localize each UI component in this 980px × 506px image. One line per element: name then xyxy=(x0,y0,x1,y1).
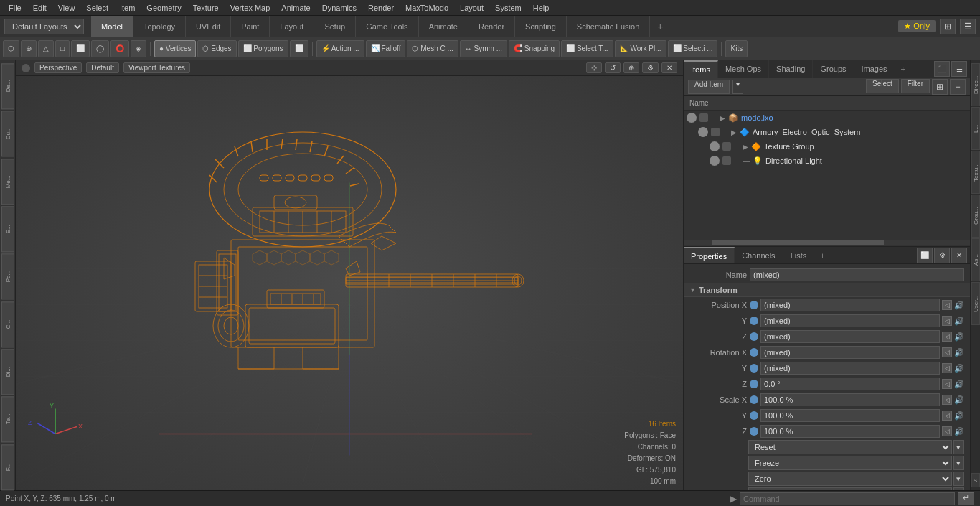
prop-speaker-pos-x[interactable]: 🔊 xyxy=(954,300,964,310)
viewport-default[interactable]: Default xyxy=(86,62,119,73)
menu-select[interactable]: Select xyxy=(80,2,114,14)
prop-dropdown-add-arrow[interactable]: ▾ xyxy=(953,487,964,490)
sidebar-item-di[interactable]: Di... xyxy=(1,349,14,395)
edge-tab-grou[interactable]: Grou... xyxy=(971,195,980,238)
prop-dropdown-reset-arrow[interactable]: ▾ xyxy=(953,440,964,454)
edge-tab-user[interactable]: User... xyxy=(971,282,980,325)
polygons-btn[interactable]: ⬜ Polygons xyxy=(238,40,288,57)
prop-reset-scale-x[interactable]: ◁ xyxy=(942,395,952,405)
prop-reset-pos-x[interactable]: ◁ xyxy=(942,300,952,310)
tool-rect[interactable]: ⬜ xyxy=(71,40,90,57)
tab-animate[interactable]: Animate xyxy=(419,16,468,37)
prop-circle-pos-x[interactable] xyxy=(750,301,758,309)
add-panel-tab[interactable]: + xyxy=(895,65,911,73)
item-row-2[interactable]: ▶ 🔶 Texture Group xyxy=(707,139,970,154)
viewport-perspective[interactable]: Perspective xyxy=(34,62,82,73)
tab-schematic-fusion[interactable]: Schematic Fusion xyxy=(567,16,650,37)
add-item-btn[interactable]: Add Item xyxy=(688,80,730,94)
tab-setup[interactable]: Setup xyxy=(314,16,356,37)
select-btn[interactable]: Select xyxy=(866,79,899,93)
tab-render[interactable]: Render xyxy=(468,16,515,37)
tab-paint[interactable]: Paint xyxy=(231,16,270,37)
prop-input-rot-x[interactable] xyxy=(760,346,940,359)
tool-tri[interactable]: △ xyxy=(38,40,54,57)
prop-dropdown-zero[interactable]: Zero xyxy=(748,472,952,486)
items-expand-icon[interactable]: ⊞ xyxy=(932,79,948,95)
menu-texture[interactable]: Texture xyxy=(187,2,225,14)
prop-speaker-pos-y[interactable]: 🔊 xyxy=(954,316,964,326)
prop-circle-scale-z[interactable] xyxy=(750,427,758,436)
items-scroll[interactable]: ▶ 📦 modo.lxo ▶ 🔷 Armory_Electro_Optic_Sy… xyxy=(684,111,970,240)
prop-circle-pos-y[interactable] xyxy=(750,317,758,325)
items-panel-icon-2[interactable]: ☰ xyxy=(951,61,967,77)
sidebar-item-me[interactable]: Me... xyxy=(1,159,14,205)
tool-diamond[interactable]: ◈ xyxy=(131,40,146,57)
viewport-icon-zoom[interactable]: ⊕ xyxy=(623,62,639,73)
items-scrollbar[interactable] xyxy=(684,240,970,245)
menu-file[interactable]: File xyxy=(3,2,27,14)
viewport-icon-settings[interactable]: ⚙ xyxy=(642,62,659,73)
item-vis2-2[interactable] xyxy=(722,142,731,151)
props-settings-icon[interactable]: ⚙ xyxy=(934,248,950,263)
items-panel-icon-1[interactable]: ⬛ xyxy=(934,61,950,77)
sidebar-item-c[interactable]: C... xyxy=(1,301,14,347)
sidebar-item-e[interactable]: E... xyxy=(1,206,14,252)
prop-section-transform-header[interactable]: ▼ Transform xyxy=(684,283,970,297)
items-collapse-icon[interactable]: − xyxy=(950,79,966,95)
item-expand-3[interactable]: — xyxy=(743,157,750,165)
item-row-3[interactable]: — 💡 Directional Light xyxy=(707,154,970,168)
menu-view[interactable]: View xyxy=(52,2,81,14)
menu-system[interactable]: System xyxy=(489,2,527,14)
item-vis2-0[interactable] xyxy=(699,113,708,122)
selecti-btn[interactable]: ⬜ Selecti ... xyxy=(668,40,718,57)
menu-render[interactable]: Render xyxy=(362,2,400,14)
item-row-0[interactable]: ▶ 📦 modo.lxo xyxy=(684,111,970,125)
tool-cross[interactable]: ⊕ xyxy=(21,40,37,57)
command-input[interactable] xyxy=(740,492,955,505)
sidebar-item-te[interactable]: Te... xyxy=(1,396,14,442)
prop-circle-scale-x[interactable] xyxy=(750,395,758,404)
prop-speaker-rot-x[interactable]: 🔊 xyxy=(954,347,964,357)
item-expand-1[interactable]: ▶ xyxy=(731,128,737,136)
prop-reset-rot-z[interactable]: ◁ xyxy=(942,379,952,389)
item-vis-2[interactable] xyxy=(710,141,720,151)
edge-tab-textu[interactable]: Textu... xyxy=(971,151,980,194)
snapping-btn[interactable]: 🧲 Snapping xyxy=(509,40,560,57)
prop-dropdown-freeze[interactable]: Freeze xyxy=(748,456,952,470)
prop-circle-rot-z[interactable] xyxy=(750,380,758,388)
prop-circle-pos-z[interactable] xyxy=(750,332,758,341)
prop-input-pos-x[interactable] xyxy=(760,299,940,311)
prop-circle-scale-y[interactable] xyxy=(750,411,758,420)
prop-dropdown-reset[interactable]: Reset xyxy=(748,440,952,454)
menu-animate[interactable]: Animate xyxy=(275,2,316,14)
edge-tab-s[interactable]: S xyxy=(971,473,980,487)
prop-circle-rot-y[interactable] xyxy=(750,364,758,373)
command-arrow-left[interactable]: ▶ xyxy=(730,494,737,504)
item-row-1[interactable]: ▶ 🔷 Armory_Electro_Optic_System xyxy=(695,125,970,139)
panel-tab-properties[interactable]: Properties xyxy=(684,247,735,263)
falloff-btn[interactable]: 📉 Falloff xyxy=(366,40,406,57)
viewport-icon-move[interactable]: ⊹ xyxy=(586,62,602,73)
vertices-btn[interactable]: ● Vertices xyxy=(154,40,196,57)
prop-input-scale-y[interactable] xyxy=(760,409,940,422)
tool-sq[interactable]: □ xyxy=(55,40,70,57)
layout-icon-2[interactable]: ☰ xyxy=(960,19,976,34)
item-vis-1[interactable] xyxy=(698,127,708,137)
viewport-icon-close[interactable]: ✕ xyxy=(661,62,677,73)
prop-input-rot-z[interactable] xyxy=(760,378,940,390)
prop-reset-rot-x[interactable]: ◁ xyxy=(942,347,952,357)
item-vis2-1[interactable] xyxy=(711,128,720,136)
prop-reset-pos-z[interactable]: ◁ xyxy=(942,332,952,342)
select-t-btn[interactable]: ⬜ Select T... xyxy=(561,40,613,57)
tab-scripting[interactable]: Scripting xyxy=(515,16,567,37)
item-expand-2[interactable]: ▶ xyxy=(743,143,748,151)
item-expand-0[interactable]: ▶ xyxy=(720,114,725,122)
edge-tab-direc[interactable]: Direc... xyxy=(971,63,980,106)
props-expand-icon[interactable]: ⬜ xyxy=(917,248,933,263)
kits-btn[interactable]: Kits xyxy=(725,40,748,57)
prop-dropdown-zero-arrow[interactable]: ▾ xyxy=(953,472,964,486)
menu-item[interactable]: Item xyxy=(114,2,141,14)
prop-reset-pos-y[interactable]: ◁ xyxy=(942,316,952,326)
prop-input-pos-z[interactable] xyxy=(760,330,940,343)
edge-tab-as[interactable]: As... xyxy=(971,238,980,281)
